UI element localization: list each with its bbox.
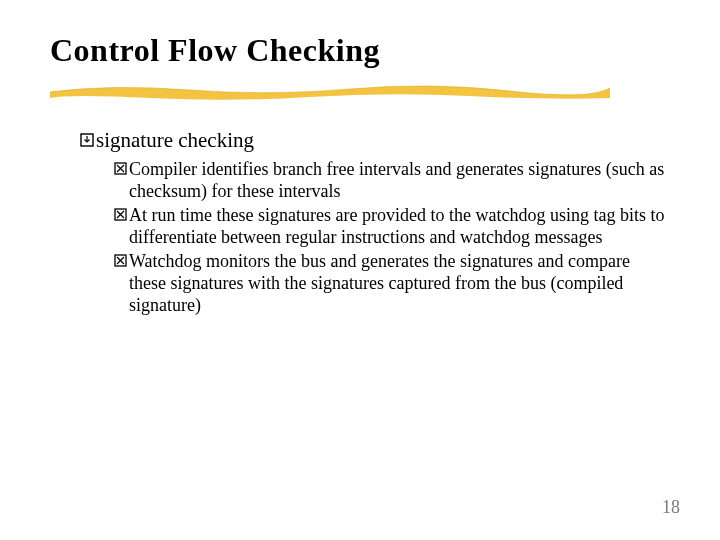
bullet-label: signature checking bbox=[96, 128, 254, 153]
square-bullet-icon bbox=[80, 133, 94, 147]
sub-bullet-list: Compiler identifies branch free interval… bbox=[114, 159, 670, 317]
slide-title: Control Flow Checking bbox=[50, 32, 380, 69]
square-x-bullet-icon bbox=[114, 208, 127, 221]
bullet-level1: signature checking bbox=[80, 128, 670, 153]
content-area: signature checking Compiler identifies b… bbox=[80, 128, 670, 319]
sub-bullet-text: Compiler identifies branch free interval… bbox=[129, 159, 670, 203]
square-x-bullet-icon bbox=[114, 254, 127, 267]
sub-bullet-text: At run time these signatures are provide… bbox=[129, 205, 670, 249]
square-x-bullet-icon bbox=[114, 162, 127, 175]
sub-bullet-item: Watchdog monitors the bus and generates … bbox=[114, 251, 670, 317]
sub-bullet-text: Watchdog monitors the bus and generates … bbox=[129, 251, 670, 317]
title-underline bbox=[50, 78, 610, 100]
page-number: 18 bbox=[662, 497, 680, 518]
sub-bullet-item: At run time these signatures are provide… bbox=[114, 205, 670, 249]
sub-bullet-item: Compiler identifies branch free interval… bbox=[114, 159, 670, 203]
slide: Control Flow Checking signature checking bbox=[0, 0, 720, 540]
